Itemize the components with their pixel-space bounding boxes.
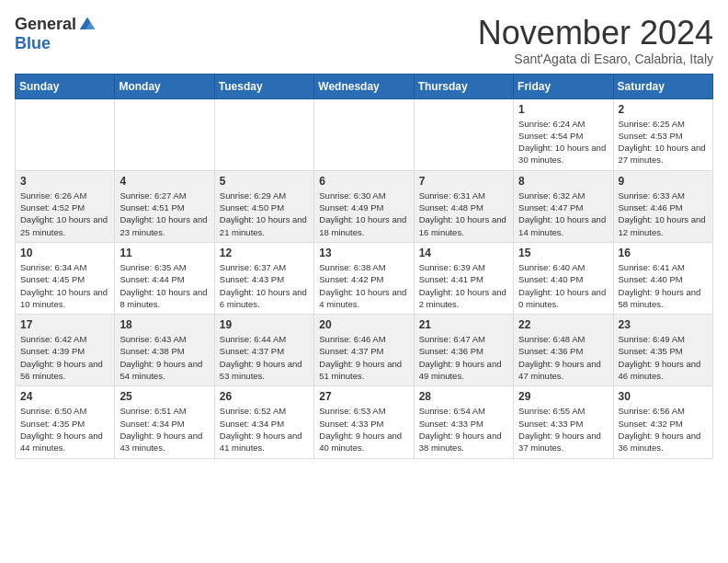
calendar-cell [16, 98, 115, 170]
day-number: 9 [619, 175, 708, 188]
day-number: 12 [220, 247, 309, 259]
day-number: 13 [319, 247, 408, 259]
calendar-cell: 19Sunrise: 6:44 AM Sunset: 4:37 PM Dayli… [214, 315, 313, 386]
calendar-cell: 1Sunrise: 6:24 AM Sunset: 4:54 PM Daylig… [514, 98, 613, 170]
day-number: 14 [419, 247, 508, 259]
logo: General Blue [15, 15, 97, 53]
day-number: 30 [619, 390, 708, 403]
day-number: 29 [518, 390, 608, 403]
day-number: 5 [220, 175, 309, 188]
day-info: Sunrise: 6:24 AM Sunset: 4:54 PM Dayligh… [518, 118, 608, 167]
calendar-cell: 28Sunrise: 6:54 AM Sunset: 4:33 PM Dayli… [414, 386, 513, 458]
day-number: 25 [119, 390, 209, 403]
day-number: 11 [119, 247, 209, 259]
title-section: November 2024 Sant'Agata di Esaro, Calab… [478, 15, 713, 66]
day-number: 7 [419, 175, 508, 188]
column-header-thursday: Thursday [414, 74, 513, 98]
column-header-monday: Monday [115, 74, 214, 98]
day-info: Sunrise: 6:54 AM Sunset: 4:33 PM Dayligh… [419, 405, 508, 454]
day-info: Sunrise: 6:49 AM Sunset: 4:35 PM Dayligh… [619, 333, 708, 382]
column-header-wednesday: Wednesday [314, 74, 414, 98]
day-info: Sunrise: 6:38 AM Sunset: 4:42 PM Dayligh… [319, 261, 408, 310]
day-info: Sunrise: 6:48 AM Sunset: 4:36 PM Dayligh… [518, 333, 608, 382]
day-number: 28 [419, 390, 508, 403]
day-info: Sunrise: 6:50 AM Sunset: 4:35 PM Dayligh… [20, 405, 109, 454]
day-number: 10 [20, 247, 109, 259]
calendar-cell: 30Sunrise: 6:56 AM Sunset: 4:32 PM Dayli… [613, 386, 712, 458]
day-number: 27 [319, 390, 408, 403]
calendar-table: SundayMondayTuesdayWednesdayThursdayFrid… [15, 74, 713, 459]
column-header-saturday: Saturday [613, 74, 712, 98]
calendar-cell: 18Sunrise: 6:43 AM Sunset: 4:38 PM Dayli… [115, 315, 214, 386]
column-header-friday: Friday [514, 74, 613, 98]
week-row-1: 1Sunrise: 6:24 AM Sunset: 4:54 PM Daylig… [16, 98, 713, 170]
month-title: November 2024 [478, 15, 713, 52]
day-info: Sunrise: 6:40 AM Sunset: 4:40 PM Dayligh… [518, 261, 608, 310]
calendar-cell: 6Sunrise: 6:30 AM Sunset: 4:49 PM Daylig… [314, 170, 414, 242]
day-info: Sunrise: 6:32 AM Sunset: 4:47 PM Dayligh… [518, 190, 608, 238]
day-info: Sunrise: 6:53 AM Sunset: 4:33 PM Dayligh… [319, 405, 408, 454]
day-info: Sunrise: 6:43 AM Sunset: 4:38 PM Dayligh… [119, 333, 209, 382]
logo-general-text: General [15, 15, 76, 34]
day-number: 23 [619, 318, 708, 331]
day-number: 18 [119, 318, 209, 331]
calendar-cell: 21Sunrise: 6:47 AM Sunset: 4:36 PM Dayli… [414, 315, 513, 386]
calendar-cell: 3Sunrise: 6:26 AM Sunset: 4:52 PM Daylig… [16, 170, 115, 242]
day-number: 17 [20, 318, 109, 331]
calendar-cell: 12Sunrise: 6:37 AM Sunset: 4:43 PM Dayli… [214, 242, 313, 314]
calendar-header-row: SundayMondayTuesdayWednesdayThursdayFrid… [16, 74, 713, 98]
calendar-cell: 14Sunrise: 6:39 AM Sunset: 4:41 PM Dayli… [414, 242, 513, 314]
calendar-cell: 9Sunrise: 6:33 AM Sunset: 4:46 PM Daylig… [613, 170, 712, 242]
day-number: 20 [319, 318, 408, 331]
day-info: Sunrise: 6:26 AM Sunset: 4:52 PM Dayligh… [20, 190, 109, 238]
day-info: Sunrise: 6:27 AM Sunset: 4:51 PM Dayligh… [119, 190, 209, 238]
day-number: 6 [319, 175, 408, 188]
day-info: Sunrise: 6:31 AM Sunset: 4:48 PM Dayligh… [419, 190, 508, 238]
calendar-cell: 11Sunrise: 6:35 AM Sunset: 4:44 PM Dayli… [115, 242, 214, 314]
day-info: Sunrise: 6:42 AM Sunset: 4:39 PM Dayligh… [20, 333, 109, 382]
day-info: Sunrise: 6:30 AM Sunset: 4:49 PM Dayligh… [319, 190, 408, 238]
day-number: 22 [518, 318, 608, 331]
day-info: Sunrise: 6:56 AM Sunset: 4:32 PM Dayligh… [619, 405, 708, 454]
calendar-cell: 24Sunrise: 6:50 AM Sunset: 4:35 PM Dayli… [16, 386, 115, 458]
day-info: Sunrise: 6:33 AM Sunset: 4:46 PM Dayligh… [619, 190, 708, 238]
day-info: Sunrise: 6:55 AM Sunset: 4:33 PM Dayligh… [518, 405, 608, 454]
day-number: 15 [518, 247, 608, 259]
calendar-cell: 27Sunrise: 6:53 AM Sunset: 4:33 PM Dayli… [314, 386, 414, 458]
location-subtitle: Sant'Agata di Esaro, Calabria, Italy [478, 52, 713, 66]
page-header: General Blue November 2024 Sant'Agata di… [15, 15, 713, 66]
calendar-cell: 2Sunrise: 6:25 AM Sunset: 4:53 PM Daylig… [613, 98, 712, 170]
day-info: Sunrise: 6:35 AM Sunset: 4:44 PM Dayligh… [119, 261, 209, 310]
calendar-cell: 25Sunrise: 6:51 AM Sunset: 4:34 PM Dayli… [115, 386, 214, 458]
week-row-2: 3Sunrise: 6:26 AM Sunset: 4:52 PM Daylig… [16, 170, 713, 242]
day-info: Sunrise: 6:37 AM Sunset: 4:43 PM Dayligh… [220, 261, 309, 310]
calendar-cell [414, 98, 513, 170]
calendar-cell: 7Sunrise: 6:31 AM Sunset: 4:48 PM Daylig… [414, 170, 513, 242]
calendar-cell: 29Sunrise: 6:55 AM Sunset: 4:33 PM Dayli… [514, 386, 613, 458]
day-info: Sunrise: 6:52 AM Sunset: 4:34 PM Dayligh… [220, 405, 309, 454]
week-row-3: 10Sunrise: 6:34 AM Sunset: 4:45 PM Dayli… [16, 242, 713, 314]
day-number: 2 [619, 103, 708, 116]
calendar-cell [314, 98, 414, 170]
calendar-cell: 23Sunrise: 6:49 AM Sunset: 4:35 PM Dayli… [613, 315, 712, 386]
column-header-sunday: Sunday [16, 74, 115, 98]
day-info: Sunrise: 6:29 AM Sunset: 4:50 PM Dayligh… [220, 190, 309, 238]
calendar-cell: 16Sunrise: 6:41 AM Sunset: 4:40 PM Dayli… [613, 242, 712, 314]
logo-icon [78, 16, 97, 34]
calendar-cell [214, 98, 313, 170]
day-number: 21 [419, 318, 508, 331]
day-number: 4 [119, 175, 209, 188]
calendar-cell: 20Sunrise: 6:46 AM Sunset: 4:37 PM Dayli… [314, 315, 414, 386]
calendar-cell: 17Sunrise: 6:42 AM Sunset: 4:39 PM Dayli… [16, 315, 115, 386]
day-number: 1 [518, 103, 608, 116]
day-info: Sunrise: 6:51 AM Sunset: 4:34 PM Dayligh… [119, 405, 209, 454]
day-number: 19 [220, 318, 309, 331]
day-info: Sunrise: 6:47 AM Sunset: 4:36 PM Dayligh… [419, 333, 508, 382]
day-info: Sunrise: 6:41 AM Sunset: 4:40 PM Dayligh… [619, 261, 708, 310]
column-header-tuesday: Tuesday [214, 74, 313, 98]
calendar-cell: 26Sunrise: 6:52 AM Sunset: 4:34 PM Dayli… [214, 386, 313, 458]
logo-blue-text: Blue [15, 34, 51, 53]
day-number: 24 [20, 390, 109, 403]
day-number: 3 [20, 175, 109, 188]
week-row-5: 24Sunrise: 6:50 AM Sunset: 4:35 PM Dayli… [16, 386, 713, 458]
